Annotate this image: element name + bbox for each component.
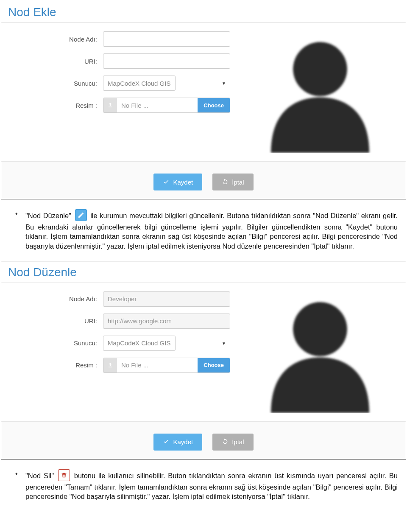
- undo-icon: [222, 178, 229, 186]
- delete-prefix: "Nod Sil": [25, 472, 57, 479]
- input-node-name[interactable]: [103, 291, 230, 307]
- label-server: Sunucu:: [14, 80, 103, 87]
- row-image: Resim : No File ... Choose: [14, 98, 230, 113]
- panel-nod-duzenle: Nod Düzenle Node Adı: URI: Sunucu: MapCo…: [1, 261, 406, 459]
- chevron-down-icon: ▼: [222, 341, 226, 345]
- input-node-name[interactable]: [103, 31, 230, 47]
- label-server: Sunucu:: [14, 339, 103, 347]
- bullet-icon: •: [15, 210, 18, 217]
- file-picker: No File ... Choose: [103, 358, 230, 373]
- label-uri: URI:: [14, 58, 103, 65]
- panel-nod-ekle: Nod Ekle Node Adı: URI: Sunucu: MapCodeX…: [1, 1, 406, 199]
- delete-description: "Nod Sil" butonu ile kullanıcı silinebil…: [25, 470, 398, 501]
- save-label: Kaydet: [173, 438, 193, 445]
- row-server: Sunucu: MapCodeX Cloud GIS ▼: [14, 76, 230, 91]
- edit-icon[interactable]: [75, 209, 87, 221]
- row-uri: URI:: [14, 314, 230, 329]
- label-uri: URI:: [14, 317, 103, 325]
- row-node-name: Node Adı:: [14, 31, 230, 47]
- panel-footer: Kaydet İptal: [1, 161, 406, 199]
- input-uri[interactable]: [103, 53, 230, 69]
- check-icon: [163, 178, 170, 186]
- label-image: Resim :: [14, 102, 103, 109]
- bullet-delete: • "Nod Sil" butonu ile kullanıcı silineb…: [0, 468, 407, 511]
- input-uri[interactable]: [103, 314, 230, 329]
- file-picker: No File ... Choose: [103, 98, 230, 113]
- select-server[interactable]: MapCodeX Cloud GIS: [103, 76, 176, 91]
- edit-description: "Nod Düzenle" ile kurumun mevcuttaki bil…: [25, 210, 398, 251]
- cancel-label: İptal: [232, 438, 244, 445]
- row-uri: URI:: [14, 53, 230, 69]
- avatar-preview: [247, 289, 393, 413]
- choose-button[interactable]: Choose: [198, 98, 230, 112]
- upload-icon: [103, 98, 117, 112]
- check-icon: [163, 438, 170, 446]
- save-button[interactable]: Kaydet: [153, 174, 202, 190]
- bullet-icon: •: [15, 470, 18, 477]
- cancel-label: İptal: [232, 179, 244, 186]
- panel-title: Nod Düzenle: [1, 261, 406, 283]
- choose-button[interactable]: Choose: [198, 358, 230, 372]
- row-node-name: Node Adı:: [14, 291, 230, 307]
- avatar-preview: [247, 29, 393, 153]
- panel-footer: Kaydet İptal: [1, 421, 406, 459]
- edit-prefix: "Nod Düzenle": [25, 212, 74, 219]
- person-icon: [259, 290, 382, 413]
- select-server[interactable]: MapCodeX Cloud GIS: [103, 336, 176, 351]
- panel-body: Node Adı: URI: Sunucu: MapCodeX Cloud GI…: [1, 25, 406, 158]
- bullet-edit: • "Nod Düzenle" ile kurumun mevcuttaki b…: [0, 208, 407, 260]
- row-server: Sunucu: MapCodeX Cloud GIS ▼: [14, 336, 230, 351]
- label-node-name: Node Adı:: [14, 295, 103, 302]
- undo-icon: [222, 438, 229, 446]
- label-image: Resim :: [14, 361, 103, 369]
- save-label: Kaydet: [173, 179, 193, 186]
- panel-body: Node Adı: URI: Sunucu: MapCodeX Cloud GI…: [1, 286, 406, 418]
- form-area: Node Adı: URI: Sunucu: MapCodeX Cloud GI…: [14, 29, 230, 153]
- form-area: Node Adı: URI: Sunucu: MapCodeX Cloud GI…: [14, 289, 230, 413]
- upload-icon: [103, 358, 117, 372]
- save-button[interactable]: Kaydet: [153, 434, 202, 451]
- panel-title: Nod Ekle: [1, 1, 406, 23]
- delete-suffix: butonu ile kullanıcı silinebilir. Buton …: [25, 472, 398, 500]
- file-text: No File ...: [117, 358, 198, 372]
- svg-point-0: [293, 42, 347, 96]
- cancel-button[interactable]: İptal: [212, 174, 253, 190]
- person-icon: [259, 30, 382, 153]
- label-node-name: Node Adı:: [14, 36, 103, 43]
- cancel-button[interactable]: İptal: [212, 434, 253, 451]
- row-image: Resim : No File ... Choose: [14, 358, 230, 373]
- chevron-down-icon: ▼: [222, 81, 226, 86]
- file-text: No File ...: [117, 98, 198, 112]
- trash-icon[interactable]: [58, 469, 70, 481]
- svg-point-1: [293, 302, 347, 356]
